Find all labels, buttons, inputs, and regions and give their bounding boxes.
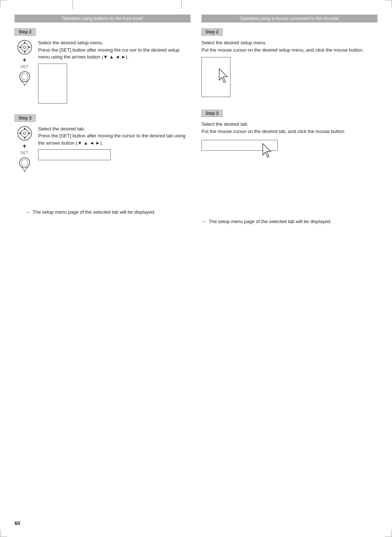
step2-right-section: Step 2 Select the desired setup menu. Pu… [201, 28, 377, 99]
step2-right-text2: Put the mouse cursor on the desired setu… [201, 47, 377, 54]
svg-marker-5 [19, 46, 21, 48]
svg-marker-13 [24, 128, 26, 129]
corner-mark-bl [0, 530, 7, 537]
result-left-text: → The setup menu page of the selected ta… [25, 209, 191, 216]
step3-plus-label: + [23, 143, 26, 149]
step2-left-content: + SET Select the desired setu [15, 39, 191, 104]
step3-left-text2: Press the [SET] button after moving the … [38, 132, 191, 146]
step2-right-text1: Select the desired setup menu. [201, 39, 377, 47]
mouse-cursor-icon-step2 [218, 68, 230, 84]
corner-mark-tr [385, 0, 392, 7]
svg-marker-15 [19, 132, 21, 134]
joystick-dial-icon [17, 39, 33, 55]
left-column: Step 2 [15, 28, 191, 225]
step2-left-section: Step 2 [15, 28, 191, 104]
svg-point-2 [23, 46, 26, 49]
svg-point-1 [21, 44, 28, 51]
mouse-cursor-icon-step3 [261, 143, 274, 159]
svg-point-17 [20, 158, 30, 168]
step3-right-text2: Put the mouse cursor on the desired tab,… [201, 128, 377, 135]
step3-right-illustration [201, 140, 292, 160]
step3-right-section: Step 3 Select the desired tab. Put the m… [201, 110, 377, 160]
step3-set-label: SET [20, 151, 28, 155]
svg-marker-4 [24, 51, 26, 53]
result-right-area: → The setup menu page of the selected ta… [201, 218, 377, 225]
svg-point-11 [21, 130, 28, 137]
result-right-text: → The setup menu page of the selected ta… [201, 218, 377, 225]
corner-mark-br [385, 530, 392, 537]
svg-point-12 [23, 132, 26, 134]
step2-left-text: Select the desired setup menu. [38, 39, 191, 47]
step3-joystick-dial-icon [17, 125, 33, 141]
page-number: 60 [15, 520, 20, 526]
plus-label: + [23, 57, 26, 63]
corner-mark-tl [0, 0, 7, 7]
step3-set-button-icon [17, 156, 33, 172]
step2-left-text-area: Select the desired setup menu. Press the… [38, 39, 191, 104]
step3-left-badge: Step 3 [15, 114, 36, 122]
left-column-header: Operation using buttons on the front cov… [15, 15, 191, 23]
svg-point-8 [21, 73, 28, 80]
step3-right-badge: Step 3 [201, 110, 222, 117]
step2-left-text2: Press the [SET] button after moving the … [38, 47, 191, 61]
svg-marker-3 [24, 41, 26, 43]
step3-left-section: Step 3 + SET [15, 114, 191, 172]
svg-point-18 [21, 160, 28, 166]
reg-mark-top-right [181, 0, 182, 9]
svg-marker-6 [29, 46, 30, 48]
step3-right-text1: Select the desired tab. [201, 121, 377, 128]
step2-left-menu-box [38, 64, 67, 104]
right-column-header: Operation using a mouse connected to the… [201, 15, 377, 23]
set-label: SET [20, 65, 28, 69]
svg-marker-16 [29, 132, 30, 134]
step3-left-tab-box [38, 149, 111, 160]
svg-point-7 [20, 72, 30, 82]
result-left-area: → The setup menu page of the selected ta… [15, 209, 191, 216]
step2-right-badge: Step 2 [201, 28, 222, 36]
two-col-layout: Step 2 [15, 28, 377, 225]
right-column: Step 2 Select the desired setup menu. Pu… [201, 28, 377, 225]
columns-header: Operation using buttons on the front cov… [15, 15, 377, 23]
step2-left-icons: + SET [15, 39, 34, 104]
step3-left-content: + SET Select the desired tab. Press the … [15, 125, 191, 172]
step3-left-text1: Select the desired tab. [38, 125, 191, 133]
svg-marker-14 [24, 137, 26, 139]
step3-left-text-area: Select the desired tab. Press the [SET] … [38, 125, 191, 172]
set-button-icon [17, 70, 33, 86]
step2-left-badge: Step 2 [15, 28, 36, 36]
reg-mark-top-left [73, 0, 73, 9]
step3-left-icons: + SET [15, 125, 34, 172]
step2-right-illustration [201, 57, 234, 99]
